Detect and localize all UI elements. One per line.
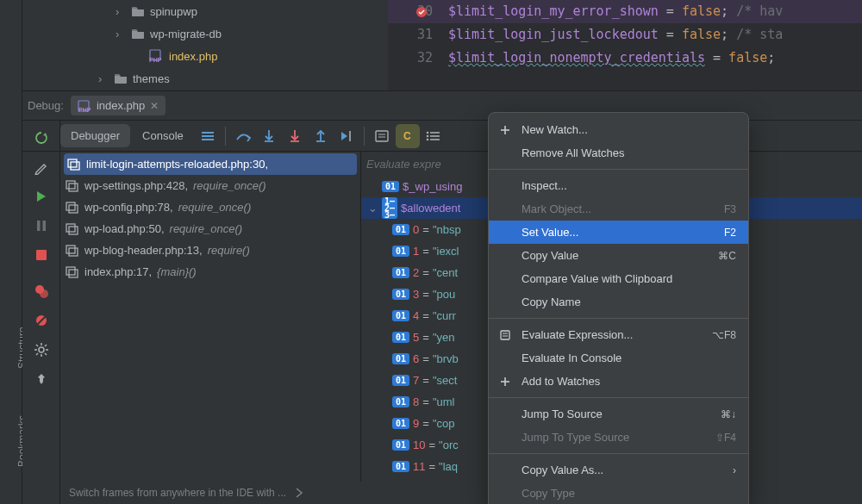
php-icon: PHP — [78, 100, 91, 112]
frame-fn: require() — [208, 244, 250, 257]
frame-fn: require_once() — [193, 179, 266, 192]
array-value: "pou — [433, 288, 455, 301]
gutter[interactable]: 32 — [388, 47, 440, 70]
menu-item[interactable]: Inspect... — [489, 174, 748, 197]
pin-button[interactable] — [28, 367, 54, 391]
run-to-cursor-button[interactable] — [334, 124, 359, 148]
menu-item-label: Inspect... — [522, 179, 567, 192]
svg-rect-52 — [69, 270, 78, 277]
debug-session-tab[interactable]: PHP index.php ✕ — [71, 96, 166, 115]
evaluate-expression-button[interactable] — [370, 124, 394, 148]
code-editor[interactable]: 30$limit_login_my_error_shown = false; /… — [388, 0, 862, 90]
menu-separator — [489, 169, 748, 170]
console-tab[interactable]: Console — [132, 124, 194, 147]
tree-item[interactable]: ›themes — [22, 67, 388, 90]
array-index: 2 — [413, 266, 419, 279]
tree-item[interactable]: PHPindex.php — [22, 45, 388, 67]
modify-run-button[interactable] — [28, 155, 54, 179]
menu-item[interactable]: Copy Value As...› — [489, 458, 748, 482]
svg-rect-44 — [69, 184, 78, 191]
tree-item[interactable]: ›wp-migrate-db — [22, 22, 388, 45]
array-value: "orc — [439, 439, 459, 451]
resume-button[interactable] — [28, 184, 54, 208]
menu-item: Jump To Type Source⇧F4 — [489, 426, 748, 449]
variable-name: $allowedent — [401, 202, 460, 215]
array-value: "iexcl — [433, 245, 459, 258]
menu-item-label: Evaluate Expression... — [522, 328, 633, 341]
svg-rect-48 — [69, 227, 78, 234]
step-into-button[interactable] — [257, 124, 281, 148]
frame-row[interactable]: wp-settings.php:428, require_once() — [60, 175, 360, 196]
menu-item-label: Jump To Source — [522, 408, 603, 420]
svg-rect-45 — [66, 202, 75, 210]
step-over-button[interactable] — [231, 124, 255, 148]
menu-item[interactable]: Evaluate Expression...⌥F8 — [489, 323, 748, 346]
svg-point-38 — [427, 131, 429, 134]
code-line[interactable]: 31$limit_login_just_lockedout = false; /… — [388, 23, 862, 47]
frame-row[interactable]: wp-load.php:50, require_once() — [60, 218, 360, 240]
next-tip-icon[interactable] — [293, 487, 305, 499]
svg-rect-41 — [68, 159, 77, 167]
menu-item-label: Copy Value — [522, 249, 578, 262]
menu-item[interactable]: Compare Value with Clipboard — [489, 267, 748, 290]
svg-line-19 — [45, 345, 47, 346]
svg-text:C: C — [403, 130, 411, 142]
rerun-button[interactable] — [28, 126, 54, 150]
trace-button[interactable]: C — [396, 124, 420, 148]
menu-item[interactable]: Add to Watches — [489, 370, 748, 393]
menu-item[interactable]: Remove All Watches — [489, 141, 748, 165]
pause-button[interactable] — [28, 214, 54, 238]
layout-settings-button[interactable] — [422, 124, 446, 148]
menu-item[interactable]: Evaluate In Console — [489, 346, 748, 370]
view-breakpoints-button[interactable] — [28, 279, 54, 303]
settings-button[interactable] — [28, 338, 54, 362]
project-tree[interactable]: ›spinupwp›wp-migrate-dbPHPindex.php›them… — [22, 0, 388, 90]
plus-icon — [497, 124, 513, 136]
scalar-badge-icon: 01 — [392, 418, 409, 429]
frames-panel[interactable]: limit-login-attempts-reloaded.php:30,wp-… — [60, 152, 361, 482]
menu-shortcut: ⌘↓ — [721, 408, 736, 420]
code-line[interactable]: 32$limit_login_nonempty_credentials = fa… — [388, 47, 862, 70]
svg-text:PHP: PHP — [78, 107, 91, 112]
tree-item-label: wp-migrate-db — [150, 28, 222, 40]
svg-rect-50 — [69, 248, 78, 256]
array-index: 6 — [413, 352, 419, 365]
debugger-tab[interactable]: Debugger — [60, 124, 130, 147]
force-step-into-button[interactable] — [283, 124, 307, 148]
menu-item-label: Set Value... — [522, 226, 578, 239]
scalar-badge-icon: 01 — [392, 289, 409, 300]
plus-icon — [497, 376, 513, 388]
menu-item[interactable]: Copy Name — [489, 290, 748, 314]
menu-item[interactable]: New Watch... — [489, 118, 748, 141]
step-out-button[interactable] — [309, 124, 333, 148]
tree-item[interactable]: ›spinupwp — [22, 0, 388, 22]
frame-row[interactable]: wp-blog-header.php:13, require() — [60, 240, 360, 261]
menu-item[interactable]: Copy Value⌘C — [489, 244, 748, 267]
frame-fn: require_once() — [170, 222, 243, 235]
code-line[interactable]: 30$limit_login_my_error_shown = false; /… — [388, 0, 862, 23]
chevron-icon[interactable]: ⌄ — [366, 202, 378, 215]
svg-rect-5 — [37, 221, 41, 231]
stop-button[interactable] — [28, 243, 54, 267]
mute-breakpoints-button[interactable] — [28, 308, 54, 333]
threads-icon[interactable] — [196, 124, 220, 148]
menu-separator — [489, 453, 748, 454]
menu-item-label: Copy Value As... — [522, 464, 603, 476]
close-icon[interactable]: ✕ — [150, 100, 159, 112]
frame-row[interactable]: wp-config.php:78, require_once() — [60, 196, 360, 218]
frame-file: wp-settings.php:428, — [84, 179, 188, 192]
menu-item[interactable]: Jump To Source⌘↓ — [489, 402, 748, 426]
array-index: 0 — [413, 223, 419, 236]
menu-item-label: Jump To Type Source — [522, 431, 629, 444]
frame-fn: require_once() — [178, 201, 252, 214]
context-menu[interactable]: New Watch...Remove All WatchesInspect...… — [488, 112, 749, 504]
frame-row[interactable]: limit-login-attempts-reloaded.php:30, — [64, 153, 357, 175]
frame-row[interactable]: index.php:17, {main}() — [60, 261, 360, 283]
calc-icon — [497, 329, 513, 341]
separator — [225, 127, 226, 146]
menu-shortcut: ⌘C — [718, 250, 736, 262]
menu-item[interactable]: Set Value...F2 — [489, 221, 748, 244]
gutter[interactable]: 30 — [388, 0, 440, 23]
array-badge-icon: 1—2—3— — [382, 197, 397, 219]
gutter[interactable]: 31 — [388, 23, 440, 47]
